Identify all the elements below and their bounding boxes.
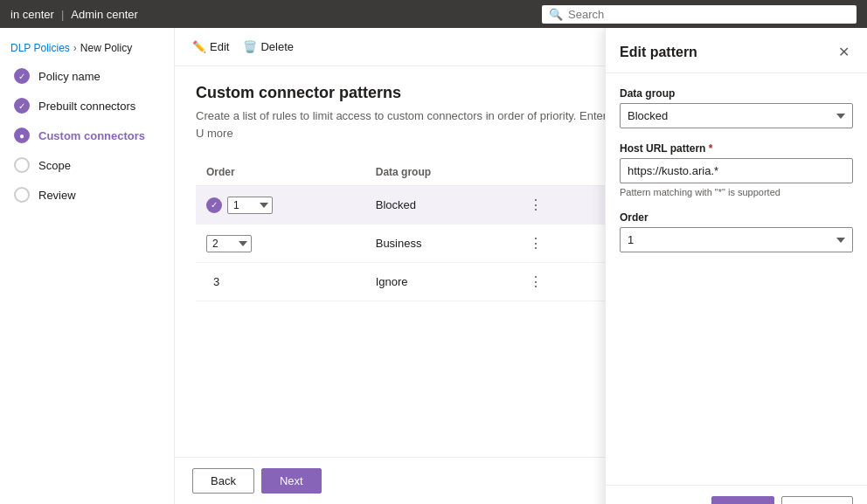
host-url-hint: Pattern matching with "*" is supported [620,187,853,197]
more-options-button[interactable]: ⋮ [524,272,548,292]
nav-circle-scope [14,157,30,173]
col-header-datagroup: Data group [365,159,513,186]
edit-button[interactable]: ✏️ Edit [192,37,229,57]
order-row-select[interactable]: 123 [206,235,252,252]
sidebar-item-prebuilt[interactable]: ✓ Prebuilt connectors [0,91,174,121]
checkmark-icon-prebuilt: ✓ [18,101,25,111]
cell-order: 123 [196,224,365,263]
order-label: Order [620,211,853,224]
sidebar-item-custom[interactable]: ● Custom connectors [0,121,174,150]
nav-label-custom: Custom connectors [38,129,145,142]
sidebar-item-policy-name[interactable]: ✓ Policy name [0,61,174,91]
order-field: Order 1 2 3 [620,211,853,252]
col-header-order: Order [196,159,365,186]
panel-header: Edit pattern ✕ [606,28,867,73]
order-row-select[interactable]: 123 [227,197,273,214]
cell-more: ⋮ [513,263,601,301]
sidebar-item-review[interactable]: Review [0,180,174,210]
host-url-input[interactable] [620,158,853,183]
nav-circle-policy-name: ✓ [14,68,30,84]
cell-data-group: Ignore [365,263,513,301]
cell-data-group: Business [365,224,513,263]
back-button[interactable]: Back [192,468,254,494]
delete-icon: 🗑️ [243,40,257,53]
col-header-actions [513,159,601,186]
breadcrumb-current: New Policy [80,42,132,54]
save-button[interactable]: Save [711,496,774,504]
next-button[interactable]: Next [261,468,322,494]
active-dot: ● [19,131,24,141]
delete-button[interactable]: 🗑️ Delete [243,37,294,57]
panel-footer: Save Cancel [606,485,867,504]
panel-close-button[interactable]: ✕ [835,42,853,62]
breadcrumb-parent[interactable]: DLP Policies [10,42,70,54]
top-nav: in center | Admin center 🔍 [0,0,867,28]
sidebar: DLP Policies › New Policy ✓ Policy name … [0,28,175,504]
edit-icon: ✏️ [192,40,206,53]
cell-order: ✓123 [196,186,365,224]
breadcrumb: DLP Policies › New Policy [0,35,174,61]
panel-title: Edit pattern [620,45,697,60]
cancel-button[interactable]: Cancel [781,496,853,504]
search-bar[interactable]: 🔍 [542,5,857,24]
page-wrapper: DLP Policies › New Policy ✓ Policy name … [0,28,867,504]
nav-label-review: Review [38,189,76,202]
sidebar-item-scope[interactable]: Scope [0,150,174,180]
delete-label: Delete [260,40,294,53]
nav-circle-prebuilt: ✓ [14,98,30,114]
checkmark-icon: ✓ [18,72,25,81]
nav-part1: in center [10,8,54,21]
data-group-label: Data group [620,87,853,100]
nav-part2: Admin center [71,8,138,21]
edit-label: Edit [210,40,229,53]
order-select[interactable]: 1 2 3 [620,227,853,252]
cell-data-group: Blocked [365,186,513,224]
search-input[interactable] [568,8,850,21]
data-group-select[interactable]: Blocked Business Ignore [620,103,853,128]
edit-panel: Edit pattern ✕ Data group Blocked Busine… [605,28,867,504]
nav-label-policy-name: Policy name [38,70,101,83]
host-url-field: Host URL pattern Pattern matching with "… [620,142,853,197]
more-options-button[interactable]: ⋮ [524,233,548,253]
cell-order: 3 [196,263,365,301]
search-icon: 🔍 [549,8,563,21]
more-options-button[interactable]: ⋮ [524,195,548,215]
host-url-label: Host URL pattern [620,142,853,155]
row-active-icon: ✓ [206,197,222,213]
nav-label-scope: Scope [38,159,71,172]
order-value: 3 [206,272,226,292]
nav-circle-review [14,187,30,203]
cell-more: ⋮ [513,186,601,224]
cell-more: ⋮ [513,224,601,263]
nav-circle-custom: ● [14,128,30,143]
breadcrumb-separator: › [73,42,77,54]
panel-body: Data group Blocked Business Ignore Host … [606,73,867,485]
data-group-field: Data group Blocked Business Ignore [620,87,853,128]
nav-sep: | [61,8,64,21]
nav-label-prebuilt: Prebuilt connectors [38,100,135,113]
